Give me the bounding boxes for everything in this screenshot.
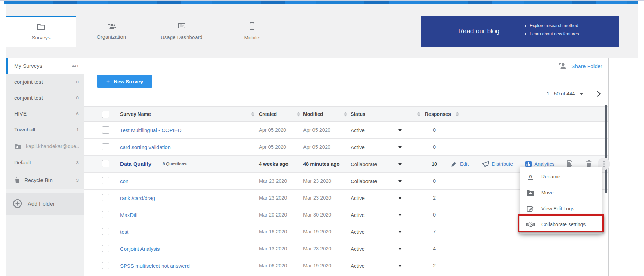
survey-name-link[interactable]: Conjoint Analysis xyxy=(120,246,160,252)
survey-name-link[interactable]: card sorting validation xyxy=(120,144,171,150)
tab-mobile[interactable]: Mobile xyxy=(217,16,287,47)
tab-label: Surveys xyxy=(31,35,50,40)
table-row[interactable]: Test Multilingual - COPIEDApr 05 2020Apr… xyxy=(84,122,608,139)
header-created[interactable]: Created xyxy=(259,111,277,117)
plus-icon: + xyxy=(106,78,110,84)
row-checkbox[interactable] xyxy=(102,126,109,134)
sort-created-icon[interactable] xyxy=(251,112,254,116)
row-checkbox[interactable] xyxy=(102,228,109,235)
modified-cell: Mar 19 2020 xyxy=(303,263,331,268)
folder-icon xyxy=(37,23,45,31)
sidebar-item[interactable]: Recycle Bin3 xyxy=(6,171,84,189)
sort-status-icon[interactable] xyxy=(344,112,347,116)
survey-name-link[interactable]: con xyxy=(120,178,128,184)
row-checkbox[interactable] xyxy=(102,245,109,252)
header-responses[interactable]: Responses xyxy=(425,111,451,117)
sidebar-item[interactable]: Townhall1 xyxy=(6,122,84,138)
sort-responses-icon[interactable] xyxy=(417,112,420,116)
header-modified[interactable]: Modified xyxy=(303,111,323,117)
sidebar-item-label: conjoint test xyxy=(14,79,76,85)
survey-name-link[interactable]: rank /card/drag xyxy=(120,195,155,201)
created-cell: Mar 20 2020 xyxy=(259,212,287,218)
add-folder-label: Add Folder xyxy=(28,201,55,207)
survey-name-link[interactable]: test xyxy=(120,229,128,235)
status-caret-icon[interactable] xyxy=(398,214,402,216)
status-caret-icon[interactable] xyxy=(398,180,402,182)
share-folder-button[interactable]: Share Folder xyxy=(558,62,602,71)
sort-responses-icon[interactable] xyxy=(456,112,459,116)
status-caret-icon[interactable] xyxy=(398,146,402,148)
survey-name-link[interactable]: Test Multilingual - COPIED xyxy=(120,127,182,133)
delete-trash-icon[interactable] xyxy=(586,160,592,167)
blog-banner[interactable]: Read our blog Explore research method Le… xyxy=(421,16,619,47)
menu-item-rename[interactable]: ARename xyxy=(520,169,602,185)
analytics-action-label[interactable]: Analytics xyxy=(534,161,554,167)
sidebar-item[interactable]: conjoint test0 xyxy=(6,74,84,90)
analytics-chart-icon[interactable] xyxy=(525,161,532,167)
survey-name-link[interactable]: Data Quality xyxy=(120,161,151,167)
sidebar-item[interactable]: conjoint test0 xyxy=(6,90,84,106)
table-row[interactable]: card sorting validationApr 05 2020Apr 05… xyxy=(84,139,608,156)
responses-cell: 0 xyxy=(425,212,444,218)
header-survey-name[interactable]: Survey Name xyxy=(120,111,151,117)
sidebar-item[interactable]: kapil.khandekar@que... xyxy=(6,138,84,154)
status-caret-icon[interactable] xyxy=(398,197,402,199)
tab-organization[interactable]: Organization xyxy=(76,16,146,47)
created-cell: Apr 05 2020 xyxy=(259,144,286,150)
header-status[interactable]: Status xyxy=(351,111,365,117)
status-cell: Active xyxy=(351,127,365,133)
row-checkbox[interactable] xyxy=(102,194,109,201)
sidebar-item[interactable]: My Surveys441 xyxy=(6,58,84,74)
row-checkbox[interactable] xyxy=(102,177,109,184)
add-folder-button[interactable]: Add Folder xyxy=(6,193,84,215)
collaborate-settings-icon xyxy=(526,222,535,228)
menu-item-label: View Edit Logs xyxy=(541,206,574,211)
pagination-range[interactable]: 1 - 50 of 444 xyxy=(547,91,575,96)
blog-banner-title[interactable]: Read our blog xyxy=(458,16,499,47)
status-cell: Collaborate xyxy=(351,161,377,167)
pagination-caret-icon[interactable] xyxy=(580,93,583,95)
tab-surveys[interactable]: Surveys xyxy=(6,16,76,47)
row-checkbox[interactable] xyxy=(102,143,109,150)
status-caret-icon[interactable] xyxy=(398,248,402,250)
responses-cell: 0 xyxy=(425,144,444,150)
next-page-chevron-icon[interactable] xyxy=(596,91,602,99)
menu-item-view-edit-logs[interactable]: View Edit Logs xyxy=(520,201,602,217)
status-caret-icon[interactable] xyxy=(398,231,402,233)
modified-cell: Mar 19 2020 xyxy=(303,229,331,234)
sort-modified-icon[interactable] xyxy=(297,112,300,116)
survey-name-link[interactable]: SPSS multiselect not answerd xyxy=(120,263,190,269)
table-scrollbar[interactable] xyxy=(605,105,607,193)
select-all-checkbox[interactable] xyxy=(102,111,109,118)
sidebar-item[interactable]: HIVE6 xyxy=(6,106,84,122)
survey-name-link[interactable]: MaxDiff xyxy=(120,212,138,218)
copy-icon[interactable] xyxy=(566,160,573,168)
row-checkbox[interactable] xyxy=(102,262,109,269)
status-caret-icon[interactable] xyxy=(398,265,402,267)
edit-pencil-icon[interactable] xyxy=(451,161,457,167)
menu-item-move[interactable]: Move xyxy=(520,185,602,201)
row-checkbox[interactable] xyxy=(102,160,109,167)
responses-cell: 4 xyxy=(425,246,444,251)
distribute-action-label[interactable]: Distribute xyxy=(492,161,513,167)
created-cell: Mar 16 2020 xyxy=(259,229,287,234)
status-caret-icon[interactable] xyxy=(398,163,402,165)
brand-blue-bar xyxy=(4,1,638,4)
table-header: Survey Name Created Modified Status Resp… xyxy=(84,106,608,122)
plus-circle-icon xyxy=(13,199,22,210)
table-row[interactable]: SPSS multiselect not answerdMar 06 2020M… xyxy=(84,257,608,274)
created-cell: 4 weeks ago xyxy=(259,161,288,167)
status-cell: Active xyxy=(351,263,365,269)
view-edit-logs-icon xyxy=(526,205,535,212)
app-window: Surveys Organization Usage Dashboard Mob… xyxy=(0,0,644,276)
menu-item-collaborate-settings[interactable]: Collaborate settings xyxy=(520,217,602,232)
banner-bullet: Explore research method xyxy=(530,21,578,30)
table-row[interactable]: Conjoint AnalysisMar 13 2020Mar 23 2020A… xyxy=(84,240,608,257)
sidebar-item[interactable]: Default3 xyxy=(6,154,84,171)
new-survey-button[interactable]: + New Survey xyxy=(97,75,152,88)
status-caret-icon[interactable] xyxy=(398,129,402,131)
tab-usage-dashboard[interactable]: Usage Dashboard xyxy=(146,16,217,47)
edit-action-label[interactable]: Edit xyxy=(460,161,469,167)
distribute-plane-icon[interactable] xyxy=(482,161,489,167)
row-checkbox[interactable] xyxy=(102,211,109,218)
